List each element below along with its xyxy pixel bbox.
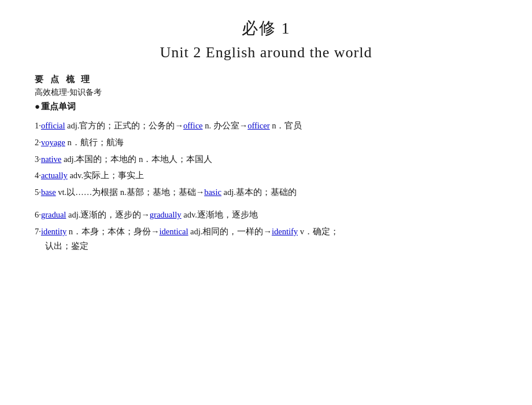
word-definition: adj.本国的；本地的 n．本地人；本国人 (61, 154, 212, 164)
list-item: 3·native adj.本国的；本地的 n．本地人；本国人 (35, 152, 497, 167)
word-definition: vt.以……为根据 n.基部；基地；基础→ (56, 187, 205, 197)
related-def-2: n．官员 (270, 121, 302, 130)
word-definition: adv.实际上；事实上 (68, 171, 144, 180)
list-item: 1·official adj.官方的；正式的；公务的→office n. 办公室… (35, 118, 497, 134)
section-header: 要 点 梳 理 (35, 74, 497, 85)
word-term[interactable]: native (41, 154, 61, 164)
page-container: 必修 1 Unit 2 English around the world 要 点… (0, 0, 532, 405)
section-subheader: 高效梳理·知识备考 (35, 87, 497, 98)
word-number: 1· (35, 121, 41, 130)
word-definition: n．航行；航海 (65, 138, 124, 147)
related-term-2[interactable]: identify (272, 227, 298, 236)
unit-title: Unit 2 English around the world (35, 44, 497, 61)
word-number: 7· (35, 227, 41, 236)
spacer (35, 201, 497, 207)
word-number: 5· (35, 187, 41, 197)
word-list: 1·official adj.官方的；正式的；公务的→office n. 办公室… (35, 118, 497, 252)
word-term[interactable]: identity (41, 227, 66, 236)
word-term[interactable]: base (41, 187, 56, 197)
related-def-1: adv.逐渐地，逐步地 (182, 210, 258, 219)
word-definition: adj.逐渐的，逐步的→ (66, 210, 149, 219)
word-number: 3· (35, 154, 41, 164)
word-term[interactable]: gradual (41, 210, 66, 219)
word-number: 6· (35, 210, 41, 219)
list-item: 4·actually adv.实际上；事实上 (35, 168, 497, 183)
related-term-1[interactable]: office (183, 121, 203, 130)
list-item: 5·base vt.以……为根据 n.基部；基地；基础→basic adj.基本… (35, 185, 497, 200)
word-term[interactable]: official (41, 121, 65, 130)
list-item: 6·gradual adj.逐渐的，逐步的→gradually adv.逐渐地，… (35, 207, 497, 223)
word-definition: adj.官方的；正式的；公务的→ (65, 121, 183, 130)
list-item: 2·voyage n．航行；航海 (35, 135, 497, 150)
related-term-2[interactable]: officer (247, 121, 269, 130)
word-number: 2· (35, 138, 41, 147)
related-term-1[interactable]: identical (160, 227, 189, 236)
word-term[interactable]: actually (41, 171, 68, 180)
related-def-1: adj.相同的，一样的→ (188, 227, 271, 236)
word-definition: n．本身；本体；身份→ (66, 227, 159, 236)
related-term-1[interactable]: gradually (150, 210, 182, 219)
main-title: 必修 1 (35, 17, 497, 39)
related-term-1[interactable]: basic (204, 187, 221, 197)
word-number: 4· (35, 171, 41, 180)
related-def-1: n. 办公室→ (203, 121, 248, 130)
related-def-2: v．确定； (298, 227, 339, 236)
word-continuation: 认出；鉴定 (45, 241, 497, 252)
related-def-1: adj.基本的；基础的 (221, 187, 297, 197)
list-item: 7·identity n．本身；本体；身份→identical adj.相同的，… (35, 224, 497, 240)
key-words-header: 重点单词 (35, 101, 497, 112)
word-term[interactable]: voyage (41, 138, 65, 147)
